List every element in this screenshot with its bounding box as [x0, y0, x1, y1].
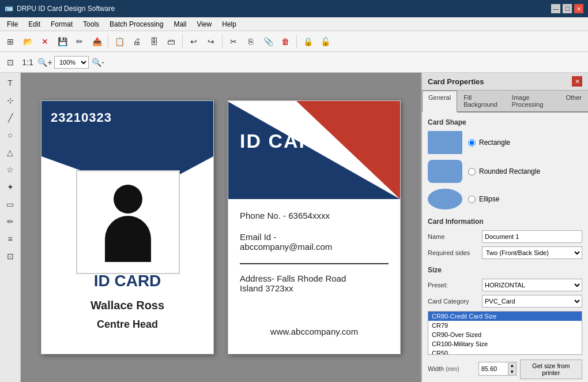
card-info-title: Card Information — [428, 218, 582, 226]
panel-title-bar: Card Properties ✕ — [422, 73, 588, 91]
rounded-label: Rounded Rectangle — [479, 167, 540, 175]
list-item-cr50[interactable]: CR50 — [428, 349, 582, 355]
star-tool[interactable]: ☆ — [2, 162, 18, 178]
sides-label: Required sides — [428, 249, 480, 256]
lock-btn[interactable]: 🔒 — [300, 33, 316, 50]
edit-btn[interactable]: ✏ — [71, 33, 88, 50]
sides-row: Required sides Two (Front/Back Side) One… — [428, 246, 582, 259]
print-btn[interactable]: 🖨 — [129, 33, 145, 50]
unlock-btn[interactable]: 🔓 — [317, 33, 333, 50]
tab-general[interactable]: General — [422, 91, 457, 113]
list-item-cr80[interactable]: CR80-Credit Card Size — [428, 312, 582, 321]
name-label: Name — [428, 233, 480, 240]
app-title: DRPU ID Card Design Software — [17, 5, 115, 13]
rounded-radio-label[interactable]: Rounded Rectangle — [468, 167, 540, 175]
menu-edit[interactable]: Edit — [24, 19, 45, 29]
rect-radio-label[interactable]: Rectangle — [468, 138, 510, 147]
text-tool[interactable]: T — [2, 75, 18, 91]
back-divider — [240, 263, 389, 264]
zoom-out-btn[interactable]: 🔍- — [90, 54, 106, 70]
actual-size-btn[interactable]: 1:1 — [20, 54, 36, 70]
preset-label: Preset: — [428, 282, 480, 289]
size-title: Size — [428, 266, 582, 274]
card-front-name: Wallace Ross — [42, 299, 213, 312]
copy-btn[interactable]: 📋 — [111, 33, 127, 50]
ellipse-radio-label[interactable]: Ellipse — [468, 195, 499, 203]
barcode-tool[interactable]: ≡ — [2, 231, 18, 247]
pencil-tool[interactable]: ✏ — [2, 214, 18, 230]
card-photo — [76, 170, 180, 274]
zoom-select[interactable]: 100% 50% 75% 125% 150% — [54, 56, 89, 69]
list-item-cr100[interactable]: CR100-Military Size — [428, 339, 582, 349]
sides-select[interactable]: Two (Front/Back Side) One (Front Side) — [482, 246, 582, 259]
card-size-list[interactable]: CR80-Credit Card Size CR79 CR90-Over Siz… — [428, 311, 582, 355]
undo-btn[interactable]: ↩ — [186, 33, 202, 50]
id-card-back: ID CARD Phone No. - 63654xxxx Email Id -… — [228, 100, 401, 354]
shape-option-rect: Rectangle — [428, 131, 582, 154]
redo-btn[interactable]: ↪ — [203, 33, 219, 50]
width-spin-up[interactable]: ▲ — [508, 362, 516, 369]
ellipse-radio[interactable] — [468, 196, 476, 203]
panel-close-button[interactable]: ✕ — [572, 76, 582, 87]
category-row: Card Category PVC_Card Paper_Card — [428, 295, 582, 308]
card-front-title: ID CARD — [42, 272, 213, 290]
width-input[interactable] — [479, 362, 508, 375]
tab-fill-background[interactable]: Fill Background — [457, 91, 506, 111]
export-btn[interactable]: 📤 — [89, 33, 105, 50]
rounded-radio[interactable] — [468, 168, 476, 175]
back-card-title: ID CARD — [240, 130, 330, 152]
tab-other[interactable]: Other — [559, 91, 588, 111]
list-item-cr79[interactable]: CR79 — [428, 321, 582, 330]
shape-option-rounded: Rounded Rectangle — [428, 160, 582, 183]
line-tool[interactable]: ╱ — [2, 110, 18, 126]
width-spin-down[interactable]: ▼ — [508, 369, 516, 375]
close-button[interactable]: ✕ — [574, 4, 583, 13]
panel-tabs: General Fill Background Image Processing… — [422, 91, 588, 113]
list-item-cr90[interactable]: CR90-Over Sized — [428, 330, 582, 339]
maximize-button[interactable]: ☐ — [563, 4, 572, 13]
triangle-tool[interactable]: △ — [2, 144, 18, 160]
menu-format[interactable]: Format — [46, 19, 77, 29]
back-website: www.abccompany.com — [228, 327, 400, 336]
menu-view[interactable]: View — [192, 19, 216, 29]
new-btn[interactable]: ⊞ — [2, 33, 18, 50]
rect-preview — [428, 131, 462, 154]
menu-help[interactable]: Help — [217, 19, 241, 29]
menu-batch[interactable]: Batch Processing — [105, 19, 168, 29]
card-shape-title: Card Shape — [428, 118, 582, 126]
shape-tool[interactable]: ✦ — [2, 179, 18, 195]
category-select[interactable]: PVC_Card Paper_Card — [482, 295, 582, 308]
ellipse-tool[interactable]: ○ — [2, 127, 18, 143]
menu-bar: File Edit Format Tools Batch Processing … — [0, 17, 588, 31]
menu-mail[interactable]: Mail — [169, 19, 191, 29]
cut-btn[interactable]: ✂ — [225, 33, 242, 50]
back-address: Address- Falls Rhode RoadIsland 3723xx — [240, 274, 389, 293]
rect-radio[interactable] — [468, 139, 476, 147]
get-size-button[interactable]: Get size from printer — [520, 359, 582, 379]
preset-select[interactable]: HORIZONTAL VERTICAL CUSTOM — [482, 279, 582, 291]
tab-image-processing[interactable]: Image Processing — [506, 91, 560, 111]
window-controls: — ☐ ✕ — [551, 4, 583, 13]
rect-tool[interactable]: ▭ — [2, 196, 18, 212]
db-btn[interactable]: 🗄 — [146, 33, 162, 50]
select-tool[interactable]: ⊹ — [2, 92, 18, 108]
canvas-area: 23210323 ID CARD Wallace Ross Centre Hea… — [21, 73, 421, 382]
paste-btn[interactable]: 📎 — [260, 33, 276, 50]
copy2-btn[interactable]: ⎘ — [243, 33, 259, 50]
grid-tool[interactable]: ⊡ — [2, 248, 18, 264]
delete-btn[interactable]: 🗑 — [277, 33, 293, 50]
db2-btn[interactable]: 🗃 — [163, 33, 179, 50]
menu-tools[interactable]: Tools — [78, 19, 104, 29]
save-btn[interactable]: 💾 — [54, 33, 70, 50]
name-row: Name — [428, 230, 582, 243]
zoom-in-btn[interactable]: 🔍+ — [37, 54, 53, 70]
minimize-button[interactable]: — — [551, 4, 560, 13]
open-btn[interactable]: 📂 — [20, 33, 36, 50]
close-doc-btn[interactable]: ✕ — [37, 33, 53, 50]
fit-btn[interactable]: ⊡ — [2, 54, 18, 70]
back-email: Email Id -abccompany@mail.com — [240, 232, 389, 252]
name-input[interactable] — [482, 230, 582, 243]
toolbar-1: ⊞ 📂 ✕ 💾 ✏ 📤 📋 🖨 🗄 🗃 ↩ ↪ ✂ ⎘ 📎 🗑 🔒 🔓 — [0, 31, 588, 52]
menu-file[interactable]: File — [2, 19, 22, 29]
card-properties-panel: Card Properties ✕ General Fill Backgroun… — [421, 73, 588, 382]
